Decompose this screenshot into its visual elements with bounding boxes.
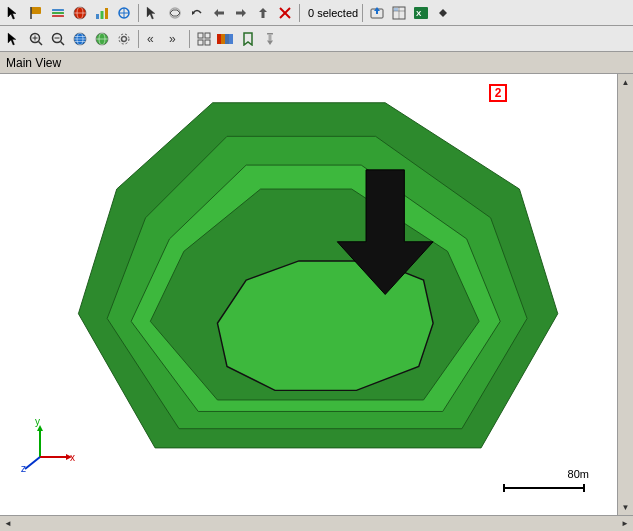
svg-line-75 (25, 457, 40, 469)
svg-marker-0 (8, 7, 16, 19)
svg-rect-54 (205, 33, 210, 38)
svg-rect-4 (52, 12, 64, 14)
arrow-right-icon[interactable] (231, 3, 251, 23)
scrollbar-right: ▲ ▼ (617, 74, 633, 515)
svg-text:«: « (147, 32, 154, 46)
svg-rect-9 (96, 14, 99, 19)
excel-icon[interactable]: X (411, 3, 431, 23)
scroll-up-button[interactable]: ▲ (618, 74, 634, 90)
map-content: 2 y x z 80m (0, 74, 633, 515)
panel-header: Main View (0, 52, 633, 74)
svg-rect-59 (225, 34, 233, 44)
svg-rect-61 (269, 34, 272, 40)
table-icon[interactable] (389, 3, 409, 23)
svg-rect-5 (52, 15, 64, 17)
color-icon[interactable] (216, 29, 236, 49)
svg-point-50 (119, 34, 129, 44)
second-toolbar: « » (0, 26, 633, 52)
svg-rect-3 (52, 9, 64, 11)
back-icon[interactable]: « (143, 29, 163, 49)
scroll-down-button[interactable]: ▼ (618, 499, 634, 515)
panel-title: Main View (6, 56, 61, 70)
globe2-icon[interactable] (92, 29, 112, 49)
second-toolbar-sep2 (189, 30, 190, 48)
svg-rect-10 (101, 11, 104, 19)
scale-label: 80m (568, 468, 589, 480)
svg-rect-53 (198, 33, 203, 38)
scale-bar: 80m (499, 468, 589, 497)
zoom-in-icon[interactable] (26, 29, 46, 49)
svg-rect-11 (105, 8, 108, 19)
svg-marker-15 (147, 7, 155, 19)
map-canvas[interactable]: 2 y x z 80m (0, 74, 617, 515)
cursor2-icon[interactable] (143, 3, 163, 23)
svg-text:y: y (35, 417, 40, 427)
zoom-out-icon[interactable] (48, 29, 68, 49)
expand-icon[interactable] (433, 3, 453, 23)
flag-icon[interactable] (26, 3, 46, 23)
cross-icon[interactable] (275, 3, 295, 23)
scroll-track-horizontal[interactable] (16, 516, 617, 532)
svg-text:X: X (416, 9, 422, 18)
scroll-track-vertical[interactable] (618, 90, 634, 499)
layers-icon[interactable] (48, 3, 68, 23)
svg-marker-18 (214, 9, 224, 17)
svg-text:»: » (169, 32, 176, 46)
forward-icon[interactable]: » (165, 29, 185, 49)
scroll-left-button[interactable]: ◄ (0, 516, 16, 532)
arrow-up-icon[interactable] (253, 3, 273, 23)
second-toolbar-sep1 (138, 30, 139, 48)
svg-marker-32 (439, 13, 447, 17)
top-toolbar: 0 selected X (0, 0, 633, 26)
grid-icon[interactable] (194, 29, 214, 49)
svg-text:x: x (70, 452, 75, 463)
svg-point-49 (122, 36, 127, 41)
pointer-tool-icon[interactable] (4, 29, 24, 49)
map-svg (0, 74, 617, 515)
network-icon[interactable] (165, 3, 185, 23)
svg-marker-31 (439, 9, 447, 13)
svg-text:z: z (21, 463, 26, 472)
scroll-right-button[interactable]: ► (617, 516, 633, 532)
selected-count-label: 0 selected (308, 7, 358, 19)
globe1-icon[interactable] (70, 29, 90, 49)
svg-marker-19 (236, 9, 246, 17)
svg-marker-33 (8, 33, 16, 45)
svg-rect-56 (205, 40, 210, 45)
svg-marker-20 (259, 8, 267, 18)
svg-rect-60 (267, 33, 273, 35)
svg-marker-62 (267, 40, 273, 45)
export-icon[interactable] (367, 3, 387, 23)
gear-icon[interactable] (114, 29, 134, 49)
annotation-badge: 2 (489, 84, 507, 102)
bottom-scrollbar: ◄ ► (0, 515, 633, 531)
svg-rect-28 (394, 8, 398, 11)
globe-red-icon[interactable] (70, 3, 90, 23)
axes-indicator: y x z (20, 417, 75, 475)
svg-line-39 (61, 41, 65, 45)
svg-marker-24 (374, 7, 380, 14)
pin-icon[interactable] (260, 29, 280, 49)
toolbar-separator-1 (138, 4, 139, 22)
arrow-curve-left-icon[interactable] (187, 3, 207, 23)
chart-icon[interactable] (92, 3, 112, 23)
svg-rect-55 (198, 40, 203, 45)
toolbar-separator-2 (299, 4, 300, 22)
svg-line-35 (39, 41, 43, 45)
toolbar-separator-3 (362, 4, 363, 22)
cursor-tool-icon[interactable] (4, 3, 24, 23)
svg-marker-67 (217, 261, 433, 390)
arrow-left-icon[interactable] (209, 3, 229, 23)
bookmark-icon[interactable] (238, 29, 258, 49)
routing-icon[interactable] (114, 3, 134, 23)
svg-rect-1 (31, 7, 41, 14)
main-area: Main View 2 (0, 52, 633, 531)
